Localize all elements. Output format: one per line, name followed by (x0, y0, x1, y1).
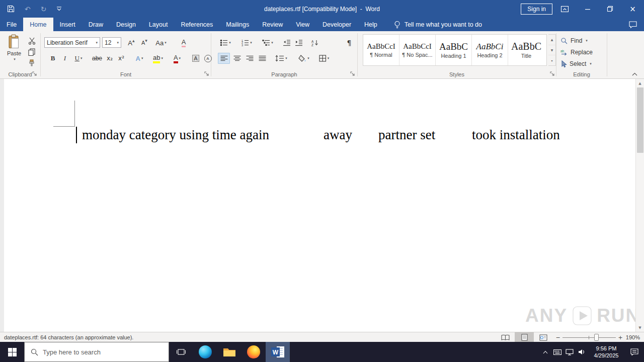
document-text-segment[interactable]: monday category using time again (82, 127, 269, 144)
customize-quick-access-icon[interactable] (56, 7, 62, 11)
paste-button[interactable]: Paste ▾ (4, 34, 25, 69)
tab-insert[interactable]: Insert (53, 18, 82, 31)
tab-references[interactable]: References (174, 18, 219, 31)
paste-dropdown-icon[interactable]: ▾ (14, 57, 16, 61)
taskbar-word-button[interactable]: W (266, 342, 290, 362)
increase-indent-button[interactable] (293, 37, 305, 48)
taskbar-search[interactable] (24, 342, 169, 362)
align-left-button[interactable] (218, 53, 230, 64)
document-text-segment[interactable]: took installation (472, 127, 560, 144)
tab-review[interactable]: Review (256, 18, 289, 31)
scroll-down-icon[interactable]: ▼ (636, 323, 644, 332)
font-color-button[interactable]: A▾ (170, 53, 185, 64)
zoom-out-button[interactable]: − (554, 332, 561, 342)
zoom-slider-thumb[interactable] (594, 334, 599, 341)
sort-button[interactable]: AZ (308, 37, 321, 48)
search-input[interactable] (43, 348, 158, 356)
grow-font-button[interactable]: A▲ (125, 37, 137, 48)
action-center-icon[interactable] (625, 342, 644, 362)
replace-button[interactable]: ab Replace (560, 47, 593, 57)
taskbar-file-explorer-button[interactable] (217, 342, 242, 362)
paragraph-dialog-launcher-icon[interactable] (350, 71, 355, 76)
zoom-in-button[interactable]: + (617, 332, 624, 342)
shading-button[interactable]: ▾ (296, 53, 312, 64)
italic-button[interactable]: I (60, 53, 70, 64)
tab-design[interactable]: Design (110, 18, 142, 31)
numbering-button[interactable]: 123▾ (239, 37, 254, 48)
zoom-level[interactable]: 190% (626, 332, 640, 342)
justify-button[interactable] (256, 53, 268, 64)
show-hidden-icons-chevron[interactable] (539, 342, 551, 362)
style-normal[interactable]: AaBbCcI ¶ Normal (363, 35, 399, 65)
show-paragraph-marks-button[interactable]: ¶ (343, 37, 355, 48)
font-name-select[interactable]: Liberation Serif ▾ (44, 37, 100, 48)
clear-formatting-button[interactable]: A (178, 37, 190, 48)
font-dialog-launcher-icon[interactable] (204, 71, 209, 76)
volume-icon[interactable] (576, 342, 588, 362)
cut-button[interactable] (26, 35, 37, 46)
read-mode-button[interactable] (496, 332, 515, 342)
save-icon[interactable] (7, 5, 15, 13)
decrease-indent-button[interactable] (281, 37, 293, 48)
network-icon[interactable] (564, 342, 576, 362)
ribbon-display-options-icon[interactable] (560, 5, 569, 13)
character-count-status[interactable]: dateplaces.rtf: 64 characters (an approx… (0, 334, 133, 340)
scroll-up-icon[interactable]: ▲ (636, 79, 644, 87)
tab-file[interactable]: File (0, 18, 23, 31)
shrink-font-button[interactable]: A▼ (138, 37, 150, 48)
feedback-icon[interactable] (629, 18, 637, 31)
taskbar-clock[interactable]: 9:56 PM 4/29/2025 (588, 345, 625, 359)
web-layout-button[interactable] (534, 332, 553, 342)
redo-icon[interactable]: ↻ (41, 6, 47, 13)
subscript-button[interactable]: x₂ (104, 53, 115, 64)
clipboard-dialog-launcher-icon[interactable] (32, 71, 37, 76)
document-text-segment[interactable]: partner set (378, 127, 435, 144)
select-button[interactable]: Select ▾ (560, 59, 592, 69)
print-layout-button[interactable] (515, 332, 534, 342)
strikethrough-button[interactable]: abe (90, 53, 104, 64)
collapse-ribbon-icon[interactable] (632, 72, 637, 76)
font-name-dropdown-icon[interactable]: ▾ (96, 41, 98, 45)
vertical-scrollbar[interactable]: ▲ ▼ (635, 79, 644, 332)
style-heading-1[interactable]: AaBbC Heading 1 (436, 35, 472, 65)
start-button[interactable] (0, 342, 24, 362)
sign-in-button[interactable]: Sign in (521, 4, 552, 15)
document-page[interactable]: monday category using time again away pa… (4, 79, 635, 332)
styles-dialog-launcher-icon[interactable] (550, 71, 555, 76)
tell-me-box[interactable]: Tell me what you want to do (394, 18, 482, 31)
scrollbar-thumb[interactable] (637, 87, 643, 153)
tab-help[interactable]: Help (358, 18, 384, 31)
style-heading-2[interactable]: AaBbCi Heading 2 (472, 35, 508, 65)
text-effects-button[interactable]: A▾ (132, 53, 147, 64)
find-button[interactable]: Find ▾ (560, 36, 588, 46)
multilevel-list-button[interactable]: ▾ (260, 37, 275, 48)
align-right-button[interactable] (244, 53, 256, 64)
undo-icon[interactable]: ↶ (25, 6, 31, 13)
bullets-button[interactable]: ▾ (218, 37, 233, 48)
tab-view[interactable]: View (289, 18, 316, 31)
change-case-button[interactable]: Aa▾ (152, 37, 170, 48)
tab-layout[interactable]: Layout (142, 18, 175, 31)
taskbar-edge-button[interactable] (193, 342, 217, 362)
style-title[interactable]: AaBbC Title (508, 35, 544, 65)
format-painter-button[interactable] (26, 57, 37, 68)
task-view-button[interactable] (169, 342, 193, 362)
minimize-button[interactable] (576, 0, 599, 18)
align-center-button[interactable] (231, 53, 243, 64)
line-spacing-button[interactable]: ▾ (273, 53, 290, 64)
superscript-button[interactable]: x² (116, 53, 127, 64)
tab-home[interactable]: Home (23, 18, 53, 31)
touch-keyboard-icon[interactable] (551, 342, 564, 362)
tab-developer[interactable]: Developer (316, 18, 358, 31)
font-size-select[interactable]: 12 ▾ (102, 37, 121, 48)
tab-mailings[interactable]: Mailings (219, 18, 256, 31)
gallery-more-icon[interactable]: ▾ (548, 55, 555, 65)
gallery-scroll-down-icon[interactable]: ▼ (548, 45, 555, 56)
tab-draw[interactable]: Draw (82, 18, 110, 31)
taskbar-firefox-button[interactable] (242, 342, 266, 362)
style-no-spacing[interactable]: AaBbCcI ¶ No Spac... (399, 35, 436, 65)
close-button[interactable]: × (621, 0, 644, 18)
highlight-color-button[interactable]: ab▾ (149, 53, 167, 64)
borders-button[interactable]: ▾ (316, 53, 332, 64)
bold-button[interactable]: B (48, 53, 58, 64)
